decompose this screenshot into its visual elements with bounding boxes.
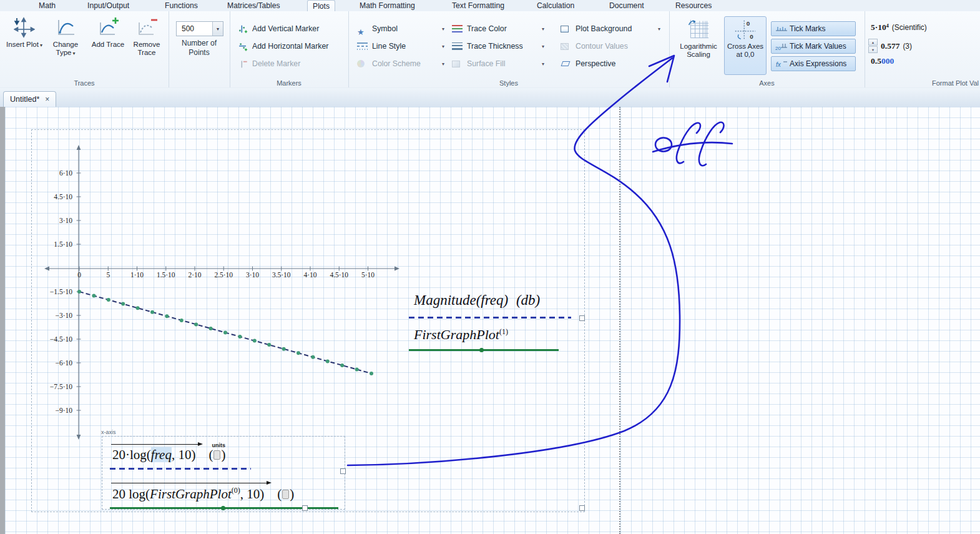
change-type-button[interactable]: Change Type▾ <box>46 16 85 74</box>
dropdown-caret-icon: ▾ <box>442 61 444 67</box>
decimal-places-row[interactable]: ▲ ▼ 0.577 (3) <box>868 39 912 53</box>
units-placeholder-group[interactable]: () <box>277 487 294 502</box>
surface-fill-icon <box>452 59 463 69</box>
trace-1-axis-underline <box>110 468 251 470</box>
ribbon-tab-input-output[interactable]: Input/Output <box>82 0 134 11</box>
expr1-after: , 10) <box>172 447 196 462</box>
worksheet-canvas[interactable]: 051·101.5·102·102.5·103·103.5·104·104.5·… <box>0 107 980 534</box>
selection-handle[interactable] <box>302 505 308 511</box>
x-axis-expression-box[interactable]: x-axis 20·log(freq, 10)units() 20 log(Fi… <box>102 436 345 510</box>
dropdown-caret-icon[interactable]: ▾ <box>442 26 444 32</box>
svg-text:0: 0 <box>747 20 750 27</box>
dropdown-caret-icon[interactable]: ▾ <box>542 44 544 49</box>
document-tab[interactable]: Untitled* × <box>3 91 56 107</box>
y-axis-expression-firstgraphplot[interactable]: FirstGraphPlot(1) <box>414 327 508 343</box>
decimal-places-stepper[interactable]: ▲ ▼ <box>868 39 878 53</box>
trace-2-legend-underline[interactable] <box>409 349 559 351</box>
x-axis-expression-2[interactable]: 20 log(FirstGraphPlot(0), 10)() <box>111 483 294 502</box>
dropdown-caret-icon: ▾ <box>542 61 544 67</box>
logarithmic-scaling-button[interactable]: Logarithmic Scaling <box>674 16 723 75</box>
delete-marker-icon <box>237 59 248 69</box>
line-style-icon <box>357 42 368 51</box>
plot-background-button[interactable]: Plot Background ▾ <box>561 21 660 36</box>
symbol-label: Symbol <box>372 24 398 33</box>
expr1-selected-freq[interactable]: freq <box>151 447 172 462</box>
units-label: units <box>212 442 225 448</box>
tick-mark-values-toggle[interactable]: 20 Tick Mark Values <box>771 39 856 54</box>
surface-fill-button[interactable]: Surface Fill ▾ <box>452 56 544 71</box>
cross-axes-label: Cross Axes at 0,0 <box>725 42 766 59</box>
spin-down-icon[interactable]: ▼ <box>868 46 878 53</box>
green-marker-dot <box>479 348 484 352</box>
selection-handle[interactable] <box>579 505 585 511</box>
color-scheme-label: Color Scheme <box>372 59 421 68</box>
number-of-points-combobox[interactable]: 500 ▾ <box>176 21 223 36</box>
empty-placeholder[interactable] <box>282 490 289 499</box>
add-trace-button[interactable]: Add Trace <box>89 16 127 74</box>
ribbon-group-markers: Add Vertical Marker Add Horizontal Marke… <box>230 11 349 87</box>
dropdown-caret-icon[interactable]: ▾ <box>542 26 544 32</box>
ribbon-tab-document[interactable]: Document <box>604 0 649 11</box>
y-axis-expression-magnitude[interactable]: Magnitude(freq) (db) <box>414 292 540 309</box>
dropdown-caret-icon[interactable]: ▾ <box>658 26 660 32</box>
firstgraphplot-name: FirstGraphPlot <box>414 327 499 342</box>
dropdown-caret-icon[interactable]: ▾ <box>442 44 444 49</box>
tick-marks-icon <box>775 24 786 34</box>
remove-trace-label: Remove Trace <box>134 41 160 56</box>
perspective-button[interactable]: Perspective <box>561 56 660 71</box>
expr2-before: 20 log( <box>112 487 150 502</box>
document-tab-title: Untitled* <box>10 95 39 104</box>
close-icon[interactable]: × <box>45 96 49 103</box>
group-label-axes: Axes <box>669 79 865 87</box>
trailing-zeros-prefix: 0.5 <box>871 56 881 66</box>
ribbon-tab-resources[interactable]: Resources <box>670 0 717 11</box>
ribbon: Insert Plot▾ Change Type▾ <box>0 11 980 88</box>
scientific-format-row[interactable]: 5·10⁴ (Scientific) <box>871 22 927 32</box>
spin-up-icon[interactable]: ▲ <box>868 39 878 46</box>
add-horizontal-marker-button[interactable]: Add Horizontal Marker <box>237 39 328 54</box>
tick-marks-toggle[interactable]: Tick Marks <box>771 21 856 36</box>
ribbon-tab-bar: Math Input/Output Functions Matrices/Tab… <box>0 0 980 11</box>
color-scheme-button[interactable]: Color Scheme ▾ <box>357 56 444 71</box>
units-placeholder-group[interactable]: units() <box>208 447 225 462</box>
ribbon-group-traces: Insert Plot▾ Change Type▾ <box>0 11 169 87</box>
trace-1-legend-underline[interactable] <box>409 317 571 319</box>
trace-color-button[interactable]: Trace Color ▾ <box>452 21 544 36</box>
x-axis-expression-1[interactable]: 20·log(freq, 10)units() <box>111 444 225 463</box>
contour-values-button[interactable]: Contour Values <box>561 39 660 54</box>
plot-background-icon <box>561 24 571 34</box>
insert-plot-button[interactable]: Insert Plot▾ <box>5 16 44 74</box>
trace-thickness-label: Trace Thickness <box>467 42 523 51</box>
ribbon-tab-calculation[interactable]: Calculation <box>532 0 579 11</box>
axis-expressions-toggle[interactable]: fx Axis Expressions <box>771 56 856 71</box>
trace-color-icon <box>452 24 463 34</box>
selection-handle[interactable] <box>340 468 346 474</box>
trailing-zeros-suffix: 000 <box>881 56 894 66</box>
add-vertical-marker-button[interactable]: Add Vertical Marker <box>237 21 319 36</box>
expr2-superscript: (0) <box>232 486 240 495</box>
line-style-button[interactable]: Line Style ▾ <box>357 39 444 54</box>
group-label-format-plot-values: Format Plot Val <box>865 79 980 87</box>
cross-axes-button[interactable]: 0 0 Cross Axes at 0,0 <box>724 16 767 75</box>
group-label-styles: Styles <box>348 79 669 87</box>
empty-placeholder[interactable] <box>213 450 220 460</box>
delete-marker-button[interactable]: Delete Marker <box>237 56 300 71</box>
contour-values-icon <box>561 42 571 51</box>
logarithmic-scaling-label: Logarithmic Scaling <box>675 42 722 59</box>
remove-trace-button[interactable]: Remove Trace <box>127 16 166 74</box>
ribbon-tab-plots[interactable]: Plots <box>307 0 335 12</box>
trailing-zeros-row[interactable]: 0.5000 <box>871 56 894 66</box>
symbol-button[interactable]: ★ Symbol ▾ <box>357 21 444 36</box>
ribbon-tab-math[interactable]: Math <box>34 0 61 11</box>
ribbon-tab-math-formatting[interactable]: Math Formatting <box>355 0 420 11</box>
firstgraphplot-superscript: (1) <box>499 327 508 336</box>
ribbon-tab-functions[interactable]: Functions <box>160 0 203 11</box>
combo-caret-icon[interactable]: ▾ <box>212 22 223 36</box>
scientific-format-note: (Scientific) <box>892 23 927 32</box>
trace-thickness-button[interactable]: Trace Thickness ▾ <box>452 39 544 54</box>
group-label-markers: Markers <box>230 79 348 87</box>
cross-axes-icon: 0 0 <box>734 19 757 41</box>
selection-handle[interactable] <box>579 315 585 321</box>
ribbon-tab-text-formatting[interactable]: Text Formatting <box>447 0 509 11</box>
ribbon-tab-matrices-tables[interactable]: Matrices/Tables <box>222 0 285 11</box>
